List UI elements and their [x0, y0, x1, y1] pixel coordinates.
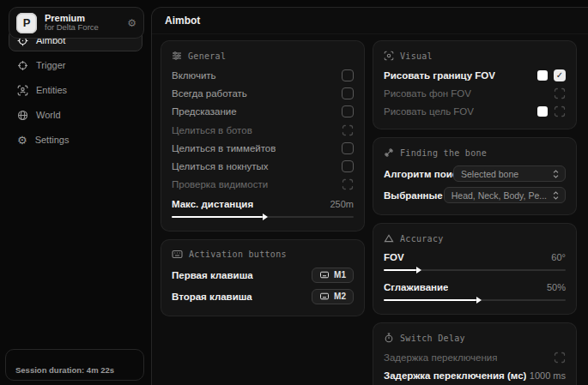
visual-card: Visual Рисовать границу FOV Рисовать фон…: [373, 40, 577, 129]
section-title-text: Visual: [400, 51, 433, 61]
selected-bones-dropdown[interactable]: Head, Neck, Body, Pe...: [444, 187, 566, 203]
switch-delay-toggle-label: Задержка переключения: [384, 352, 497, 363]
color-swatch[interactable]: [537, 106, 548, 117]
slider-fill-thumb[interactable]: [172, 216, 263, 218]
checkbox[interactable]: [342, 178, 354, 190]
section-title-text: Finding the bone: [400, 148, 487, 158]
keyboard-icon: [319, 292, 330, 300]
section-title-text: Accuracy: [400, 234, 444, 244]
toggle-row-always-work: Всегда работать: [172, 84, 354, 102]
brand-card: P Premium for Delta Force ⚙: [9, 7, 144, 39]
accuracy-card: Accuracy FOV 60° Сглаживание 50%: [373, 223, 577, 315]
selected-bones-row: Выбранные кос Head, Neck, Body, Pe...: [384, 184, 566, 206]
smoothing-value: 50%: [547, 282, 566, 292]
sidebar-item-label: Trigger: [36, 60, 65, 70]
sidebar-item-settings[interactable]: ⚙ Settings: [9, 129, 142, 151]
content-columns: General Включить Всегда работать Предска…: [152, 34, 588, 385]
smoothing-slider[interactable]: [384, 295, 566, 305]
settings-gear-icon[interactable]: ⚙: [127, 17, 136, 29]
bone-icon: [384, 147, 394, 158]
bone-section-title: Finding the bone: [384, 147, 566, 158]
trigger-icon: [17, 60, 28, 71]
selected-bones-label: Выбранные кос: [384, 190, 444, 201]
toggle-row-prediction: Предсказание: [172, 103, 354, 121]
brand-subtitle: for Delta Force: [45, 23, 127, 33]
sidebar-item-label: Settings: [35, 135, 70, 145]
second-key-button[interactable]: M2: [312, 289, 354, 304]
fov-slider-row: FOV 60°: [384, 249, 566, 265]
fov-target-label: Рисовать цель FOV: [384, 106, 474, 117]
bone-algorithm-dropdown[interactable]: Selected bone: [453, 165, 566, 182]
session-card: Session duration: 4m 22s: [5, 349, 144, 381]
smoothing-label: Сглаживание: [384, 282, 448, 292]
max-distance-value: 250m: [330, 199, 354, 209]
checkbox[interactable]: [342, 160, 354, 172]
sidebar-item-world[interactable]: World: [9, 104, 142, 126]
toggle-row-enable: Включить: [172, 66, 354, 84]
sidebar-item-trigger[interactable]: Trigger: [9, 54, 142, 76]
first-key-button[interactable]: M1: [312, 268, 354, 283]
checkbox[interactable]: [342, 105, 354, 117]
section-title-text: Switch Delay: [400, 334, 465, 343]
slider-fill-thumb[interactable]: [384, 299, 476, 301]
checkbox[interactable]: [554, 352, 566, 364]
max-distance-label: Макс. дистанция: [172, 199, 253, 209]
toggle-label: Целиться в нокнутых: [172, 161, 269, 171]
smoothing-slider-row: Сглаживание 50%: [384, 279, 566, 295]
bone-algorithm-row: Алгоритм поиска кост Selected bone: [384, 163, 566, 184]
chevrons-up-down-icon: [552, 170, 560, 178]
fov-border-label: Рисовать границу FOV: [384, 70, 495, 81]
checkbox[interactable]: [342, 69, 354, 81]
activation-card: Activation buttons Первая клавиша M1 Вто…: [161, 239, 365, 316]
max-distance-slider[interactable]: [172, 212, 354, 222]
key-binding-value: M2: [334, 292, 346, 301]
activation-section-title: Activation buttons: [172, 250, 354, 259]
general-section-title: General: [172, 51, 354, 61]
general-card: General Включить Всегда работать Предска…: [161, 40, 365, 232]
right-column: Visual Рисовать границу FOV Рисовать фон…: [373, 40, 577, 385]
checkbox[interactable]: [554, 87, 566, 99]
checkbox[interactable]: [342, 142, 354, 154]
switch-delay-ms-row: Задержка переключения (мс) 1000 ms: [384, 367, 566, 383]
toggle-label: Целиться в ботов: [172, 125, 252, 135]
switch-delay-section-title: Switch Delay: [384, 333, 566, 343]
main-header: Aimbot: [152, 8, 588, 34]
keyboard-icon: [172, 250, 183, 259]
sidebar-item-entities[interactable]: Entities: [9, 79, 142, 101]
second-key-label: Вторая клавиша: [172, 292, 252, 302]
dropdown-value: Head, Neck, Body, Pe...: [452, 190, 547, 201]
bone-algorithm-label: Алгоритм поиска кост: [384, 169, 453, 179]
first-key-label: Первая клавиша: [172, 270, 253, 280]
session-duration: Session duration: 4m 22s: [15, 365, 114, 375]
fov-background-label: Рисовать фон FOV: [384, 88, 471, 99]
keyboard-icon: [319, 271, 330, 279]
switch-delay-ms-value: 1000 ms: [530, 370, 566, 381]
sidebar-item-label: World: [36, 110, 61, 120]
toggle-row-target-teammates: Целиться в тиммейтов: [172, 139, 354, 157]
brand-text: Premium for Delta Force: [45, 13, 127, 33]
switch-delay-card: Switch Delay Задержка переключения Задер…: [373, 322, 577, 385]
dropdown-value: Selected bone: [461, 169, 518, 179]
checkbox[interactable]: [342, 87, 354, 99]
switch-delay-toggle-row: Задержка переключения: [384, 348, 566, 367]
sidebar-nav: Aimbot Trigger Entities World ⚙ Settings: [0, 29, 151, 151]
checkbox[interactable]: [554, 105, 566, 117]
accuracy-section-title: Accuracy: [384, 233, 566, 244]
sliders-icon: [172, 51, 182, 61]
checkbox[interactable]: [342, 124, 354, 136]
fov-target-row: Рисовать цель FOV: [384, 102, 566, 120]
timer-icon: [384, 333, 394, 343]
slider-fill-thumb[interactable]: [384, 269, 416, 271]
eye-scan-icon: [384, 51, 394, 61]
checkbox[interactable]: [554, 69, 566, 81]
fov-target-controls: [537, 105, 566, 117]
toggle-row-target-knocked: Целиться в нокнутых: [172, 157, 354, 175]
section-title-text: General: [188, 51, 226, 61]
toggle-label: Целиться в тиммейтов: [172, 143, 276, 153]
color-swatch[interactable]: [537, 70, 548, 81]
toggle-label: Всегда работать: [172, 88, 247, 99]
gear-icon: ⚙: [17, 134, 27, 147]
first-key-row: Первая клавиша M1: [172, 264, 354, 286]
fov-slider[interactable]: [384, 265, 566, 275]
toggle-row-target-bots: Целиться в ботов: [172, 121, 354, 139]
